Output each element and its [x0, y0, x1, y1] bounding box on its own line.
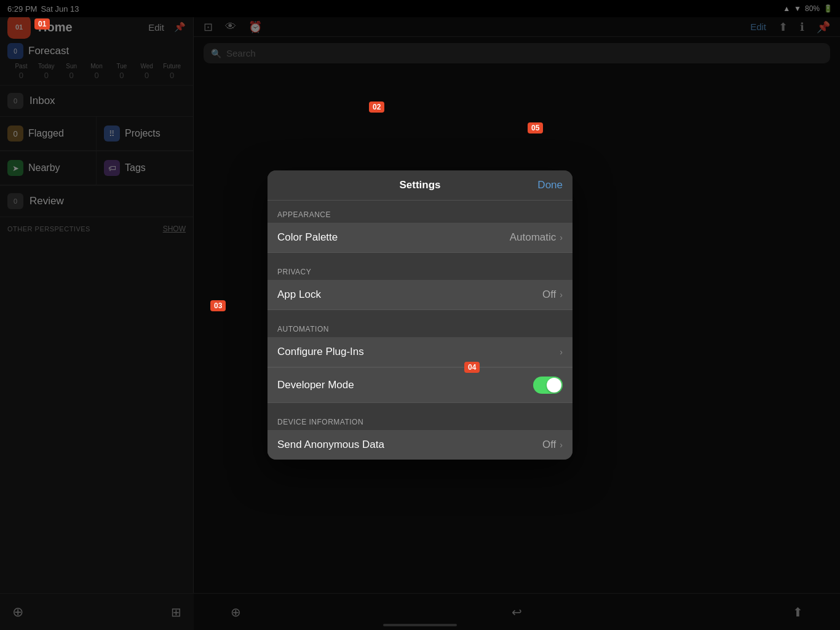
settings-row-developer-mode[interactable]: Developer Mode — [267, 367, 573, 403]
badge-03: 03 — [210, 300, 226, 311]
configure-plugins-chevron-icon: › — [560, 347, 563, 357]
color-palette-label: Color Palette — [277, 231, 338, 244]
app-lock-label: App Lock — [277, 289, 321, 301]
badge-02: 02 — [369, 102, 384, 113]
settings-row-color-palette[interactable]: Color Palette Automatic › — [267, 223, 573, 253]
color-palette-chevron-icon: › — [560, 233, 563, 242]
settings-done-button[interactable]: Done — [537, 179, 563, 191]
app-lock-current: Off — [542, 289, 556, 301]
settings-header: Settings Done — [267, 170, 573, 201]
settings-row-app-lock[interactable]: App Lock Off › — [267, 280, 573, 310]
badge-04: 04 — [464, 362, 480, 373]
section-divider-1 — [267, 253, 573, 258]
developer-mode-toggle[interactable] — [533, 377, 563, 394]
settings-section-automation-header: AUTOMATION — [267, 315, 573, 337]
badge-05: 05 — [528, 122, 543, 134]
settings-row-configure-plugins[interactable]: Configure Plug-Ins › — [267, 337, 573, 367]
settings-row-send-anonymous[interactable]: Send Anonymous Data Off › — [267, 430, 573, 460]
configure-plugins-label: Configure Plug-Ins — [277, 346, 364, 358]
section-divider-2 — [267, 310, 573, 315]
modal-overlay[interactable]: Settings Done APPEARANCE Color Palette A… — [0, 0, 840, 630]
app-lock-value: Off › — [542, 289, 563, 301]
settings-title: Settings — [399, 179, 440, 191]
send-anonymous-value: Off › — [542, 439, 563, 451]
send-anonymous-label: Send Anonymous Data — [277, 439, 384, 451]
settings-modal: Settings Done APPEARANCE Color Palette A… — [267, 170, 573, 460]
configure-plugins-value: › — [560, 347, 563, 357]
settings-section-appearance-header: APPEARANCE — [267, 201, 573, 223]
send-anonymous-current: Off — [542, 439, 556, 451]
badge-01: 01 — [34, 18, 50, 30]
section-divider-3 — [267, 403, 573, 408]
color-palette-value: Automatic › — [510, 231, 563, 244]
settings-section-privacy-header: PRIVACY — [267, 258, 573, 280]
app-lock-chevron-icon: › — [560, 290, 563, 300]
send-anonymous-chevron-icon: › — [560, 440, 563, 450]
color-palette-current: Automatic — [510, 231, 557, 244]
developer-mode-label: Developer Mode — [277, 379, 354, 391]
developer-mode-toggle-knob — [547, 378, 561, 393]
settings-section-device-header: DEVICE INFORMATION — [267, 408, 573, 430]
